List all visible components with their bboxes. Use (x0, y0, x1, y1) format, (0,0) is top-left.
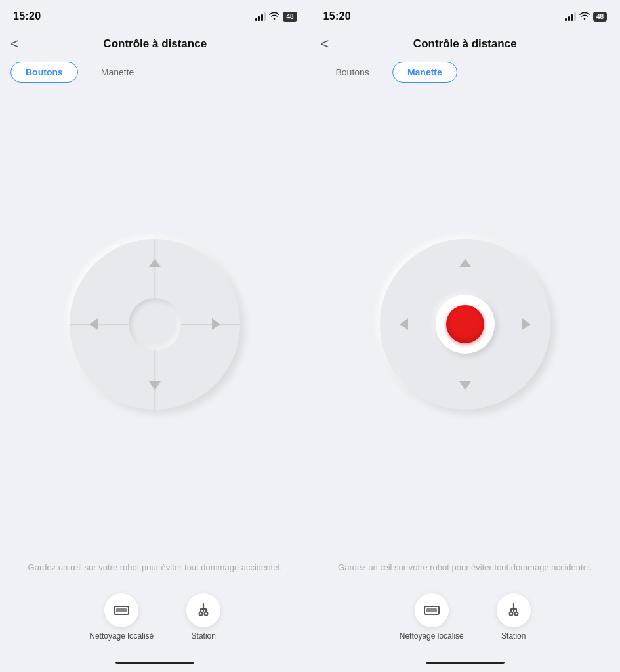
arrow-up-left[interactable] (149, 259, 161, 267)
svg-rect-3 (128, 609, 129, 612)
arrow-down-left[interactable] (149, 381, 161, 390)
arrow-right-right[interactable] (522, 318, 531, 330)
svg-point-5 (205, 612, 208, 616)
svg-rect-8 (424, 609, 425, 612)
station-icon-right (497, 593, 531, 627)
right-panel: 15:20 48 < Contrôle à distance (310, 0, 621, 672)
dpad-controller-left[interactable] (70, 239, 240, 410)
nettoyage-label-right: Nettoyage localisé (400, 631, 464, 640)
main-content-left (0, 88, 310, 561)
status-icons-right: 48 (565, 10, 607, 22)
svg-rect-9 (438, 609, 440, 612)
home-indicator-right (310, 654, 621, 672)
tab-manette-right[interactable]: Manette (392, 62, 457, 83)
station-icon-left (186, 593, 220, 627)
battery-badge-left: 48 (283, 12, 297, 22)
back-button-left[interactable]: < (10, 37, 30, 51)
station-label-right: Station (501, 631, 526, 640)
tabs-left: Boutons Manette (0, 62, 310, 83)
arrow-left-left[interactable] (89, 318, 98, 330)
svg-rect-1 (116, 608, 127, 612)
arrow-right-left[interactable] (212, 318, 220, 330)
status-time-right: 15:20 (323, 10, 351, 22)
joystick-center-right[interactable] (436, 295, 495, 354)
station-label-left: Station (192, 631, 216, 640)
signal-icon-left (255, 12, 266, 21)
svg-point-4 (199, 612, 203, 616)
wifi-icon-right (579, 10, 590, 22)
svg-point-10 (509, 612, 512, 616)
svg-rect-2 (114, 609, 115, 612)
bottom-buttons-left: Nettoyage localisé Station (0, 587, 310, 654)
status-icons-left: 48 (255, 10, 297, 22)
wifi-icon-left (269, 10, 279, 22)
tab-manette-left[interactable]: Manette (86, 62, 150, 83)
header-left: < Contrôle à distance (0, 29, 310, 62)
nettoyage-button-right[interactable]: Nettoyage localisé (400, 593, 464, 640)
page-title-left: Contrôle à distance (30, 37, 280, 51)
home-bar-left (115, 662, 194, 664)
nettoyage-icon-left (104, 593, 138, 627)
dpad-outer-left (70, 239, 240, 410)
left-panel: 15:20 48 < Contrôle à distance (0, 0, 310, 672)
home-bar-right (426, 662, 505, 664)
back-button-right[interactable]: < (321, 37, 341, 51)
tabs-right: Boutons Manette (310, 62, 621, 83)
arrow-down-right[interactable] (459, 381, 471, 390)
bottom-buttons-right: Nettoyage localisé Station (310, 587, 621, 654)
dpad-center-left[interactable] (129, 298, 181, 350)
signal-icon-right (565, 12, 576, 21)
joystick-red-button-right[interactable] (446, 305, 484, 343)
station-button-left[interactable]: Station (186, 593, 220, 640)
nettoyage-icon-right (415, 593, 449, 627)
arrow-left-right[interactable] (400, 318, 408, 330)
svg-point-11 (514, 612, 518, 616)
arrow-up-right[interactable] (459, 259, 471, 267)
svg-rect-7 (426, 608, 437, 612)
nettoyage-label-left: Nettoyage localisé (89, 631, 154, 640)
joystick-controller-right[interactable] (380, 239, 550, 410)
status-bar-right: 15:20 48 (310, 0, 621, 29)
tab-boutons-left[interactable]: Boutons (10, 62, 78, 83)
page-title-right: Contrôle à distance (341, 37, 590, 51)
header-right: < Contrôle à distance (310, 29, 621, 62)
home-indicator-left (0, 654, 310, 672)
info-text-left: Gardez un œil sur votre robot pour évite… (0, 561, 310, 574)
main-content-right (310, 88, 621, 561)
battery-badge-right: 48 (593, 12, 607, 22)
nettoyage-button-left[interactable]: Nettoyage localisé (89, 593, 154, 640)
status-time-left: 15:20 (13, 10, 41, 22)
joystick-outer-right (380, 239, 550, 410)
tab-boutons-right[interactable]: Boutons (321, 62, 384, 83)
info-text-right: Gardez un œil sur votre robot pour évite… (310, 561, 621, 574)
station-button-right[interactable]: Station (497, 593, 531, 640)
status-bar-left: 15:20 48 (0, 0, 310, 29)
